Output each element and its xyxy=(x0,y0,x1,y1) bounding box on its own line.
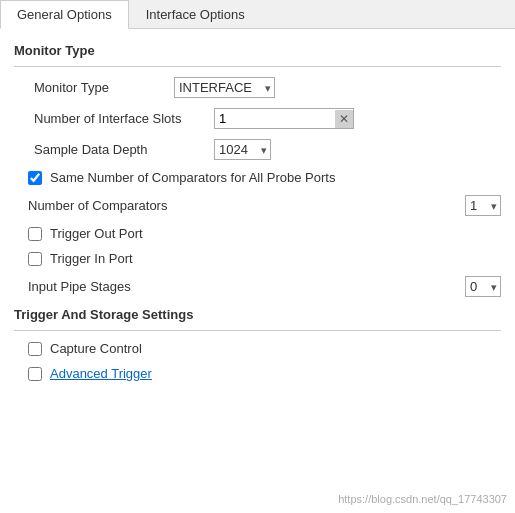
content-area: Monitor Type Monitor Type INTERFACE Numb… xyxy=(0,29,515,401)
input-pipe-stages-row: Input Pipe Stages 0 xyxy=(14,276,501,297)
same-comparators-row: Same Number of Comparators for All Probe… xyxy=(14,170,501,185)
tab-bar: General Options Interface Options xyxy=(0,0,515,29)
input-pipe-stages-select[interactable]: 0 xyxy=(465,276,501,297)
trigger-out-port-checkbox[interactable] xyxy=(28,227,42,241)
tab-general-options[interactable]: General Options xyxy=(0,0,129,29)
num-comparators-select-wrapper-outer: 1 xyxy=(465,195,501,216)
num-interface-slots-clear-button[interactable]: ✕ xyxy=(335,110,353,128)
monitor-type-select[interactable]: INTERFACE xyxy=(174,77,275,98)
section-trigger-storage-title: Trigger And Storage Settings xyxy=(14,307,501,322)
num-comparators-row: Number of Comparators 1 xyxy=(14,195,501,216)
section-monitor-type-title: Monitor Type xyxy=(14,43,501,58)
trigger-in-port-row: Trigger In Port xyxy=(14,251,501,266)
divider-1 xyxy=(14,66,501,67)
tab-interface-options[interactable]: Interface Options xyxy=(129,0,262,28)
advanced-trigger-checkbox[interactable] xyxy=(28,367,42,381)
advanced-trigger-label[interactable]: Advanced Trigger xyxy=(50,366,152,381)
capture-control-label: Capture Control xyxy=(50,341,142,356)
sample-data-depth-select-wrapper: 1024 xyxy=(214,139,271,160)
num-comparators-select-wrapper: 1 xyxy=(465,195,501,216)
num-interface-slots-input-wrapper: ✕ xyxy=(214,108,354,129)
num-comparators-select[interactable]: 1 xyxy=(465,195,501,216)
divider-2 xyxy=(14,330,501,331)
trigger-in-port-checkbox[interactable] xyxy=(28,252,42,266)
num-interface-slots-row: Number of Interface Slots ✕ xyxy=(14,108,501,129)
input-pipe-stages-select-wrapper: 0 xyxy=(465,276,501,297)
monitor-type-label: Monitor Type xyxy=(34,80,174,95)
input-pipe-stages-select-wrapper-outer: 0 xyxy=(465,276,501,297)
trigger-out-port-row: Trigger Out Port xyxy=(14,226,501,241)
sample-data-depth-row: Sample Data Depth 1024 xyxy=(14,139,501,160)
sample-data-depth-select[interactable]: 1024 xyxy=(214,139,271,160)
advanced-trigger-row: Advanced Trigger xyxy=(14,366,501,381)
main-container: General Options Interface Options Monito… xyxy=(0,0,515,513)
monitor-type-select-wrapper: INTERFACE xyxy=(174,77,275,98)
num-interface-slots-label: Number of Interface Slots xyxy=(34,111,214,126)
num-interface-slots-input[interactable] xyxy=(215,109,335,128)
capture-control-row: Capture Control xyxy=(14,341,501,356)
watermark: https://blog.csdn.net/qq_17743307 xyxy=(338,493,507,505)
trigger-in-port-label: Trigger In Port xyxy=(50,251,133,266)
num-comparators-label: Number of Comparators xyxy=(28,198,465,213)
capture-control-checkbox[interactable] xyxy=(28,342,42,356)
input-pipe-stages-label: Input Pipe Stages xyxy=(28,279,465,294)
sample-data-depth-label: Sample Data Depth xyxy=(34,142,214,157)
monitor-type-row: Monitor Type INTERFACE xyxy=(14,77,501,98)
same-comparators-checkbox[interactable] xyxy=(28,171,42,185)
trigger-out-port-label: Trigger Out Port xyxy=(50,226,143,241)
same-comparators-label: Same Number of Comparators for All Probe… xyxy=(50,170,335,185)
